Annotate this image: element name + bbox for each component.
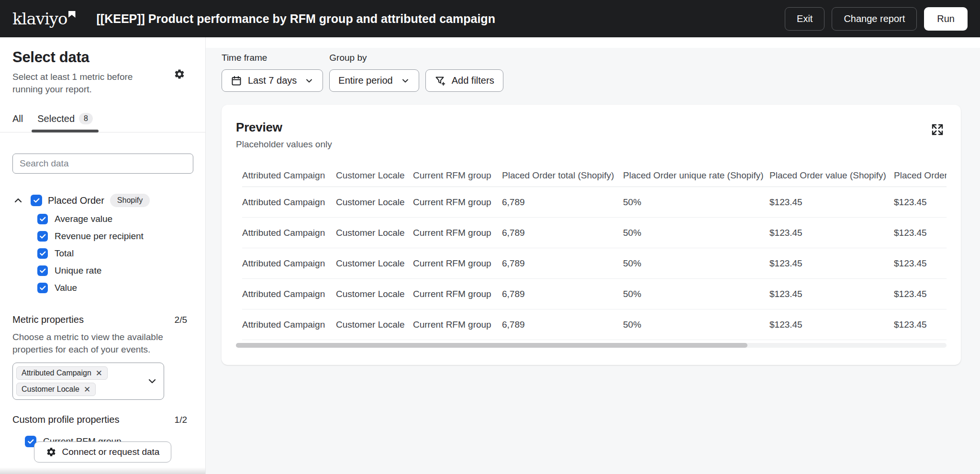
chevron-down-icon[interactable] (146, 375, 158, 387)
metric-option-label: Average value (55, 214, 112, 224)
average-value-checkbox[interactable] (37, 214, 48, 224)
table-cell: $123.45 (894, 228, 947, 238)
topbar-actions: Exit Change report Run (785, 7, 968, 31)
table-cell: $123.45 (769, 197, 894, 208)
search-input[interactable] (12, 154, 193, 174)
expand-icon[interactable] (929, 122, 946, 138)
preview-table-viewport: Attributed CampaignCustomer LocaleCurren… (236, 164, 947, 340)
table-cell: $123.45 (894, 289, 947, 299)
table-cell: Attributed Campaign (242, 228, 336, 238)
table-cell: Attributed Campaign (242, 289, 336, 299)
top-bar: klaviyo [[KEEP]] Product performance by … (0, 0, 980, 37)
sidebar-subtitle: Select at least 1 metric before running … (12, 71, 161, 96)
table-cell: 50% (623, 228, 769, 238)
tab-selected-label: Selected (37, 113, 75, 124)
column-header: Placed Order unique rate (Shopify) (623, 170, 769, 181)
run-button[interactable]: Run (924, 7, 968, 31)
metric-option-row: Total (37, 248, 193, 259)
main-area: Time frame Last 7 days Group by Entire p… (206, 37, 980, 474)
metric-option-label: Value (55, 283, 77, 293)
chevron-up-icon[interactable] (12, 194, 25, 207)
column-header: Customer Locale (336, 170, 413, 181)
custom-profile-properties-label: Custom profile properties (12, 414, 119, 425)
metric-properties-multiselect[interactable]: Attributed Campaign ✕ Customer Locale ✕ (12, 363, 164, 400)
gear-icon (46, 447, 56, 457)
table-cell: $123.45 (894, 258, 947, 269)
preview-subtitle: Placeholder values only (236, 139, 332, 150)
table-cell: 50% (623, 289, 769, 299)
unique-rate-checkbox[interactable] (37, 265, 48, 276)
table-cell: $123.45 (769, 289, 894, 299)
total-checkbox[interactable] (37, 248, 48, 259)
table-cell: Attributed Campaign (242, 197, 336, 208)
remove-icon[interactable]: ✕ (84, 386, 90, 394)
group-by-value: Entire period (338, 75, 392, 86)
table-cell: $123.45 (894, 197, 947, 208)
table-row: Attributed CampaignCustomer LocaleCurren… (242, 218, 947, 248)
revenue-per-recipient-checkbox[interactable] (37, 231, 48, 242)
metric-option-row: Average value (37, 214, 193, 224)
connect-or-request-data-button[interactable]: Connect or request data (34, 441, 172, 463)
column-header: Current RFM group (413, 170, 502, 181)
klaviyo-wordmark: klaviyo (12, 11, 67, 27)
custom-profile-properties-count: 1/2 (175, 415, 187, 425)
table-cell: 50% (623, 320, 769, 330)
chip-customer-locale: Customer Locale ✕ (16, 383, 96, 396)
table-cell: Current RFM group (413, 228, 502, 238)
tab-all[interactable]: All (12, 109, 23, 132)
table-cell: $123.45 (769, 228, 894, 238)
tab-selected[interactable]: Selected 8 (37, 109, 93, 132)
add-filters-button[interactable]: Add filters (425, 69, 503, 92)
exit-button[interactable]: Exit (785, 7, 824, 31)
table-cell: 6,789 (502, 228, 623, 238)
metric-option-row: Value (37, 283, 193, 293)
value-checkbox[interactable] (37, 283, 48, 293)
preview-table: Attributed CampaignCustomer LocaleCurren… (236, 164, 947, 340)
metric-properties-label: Metric properties (12, 314, 84, 325)
table-cell: Customer Locale (336, 258, 413, 269)
table-cell: 50% (623, 197, 769, 208)
preview-title: Preview (236, 120, 332, 135)
connect-button-label: Connect or request data (62, 447, 160, 457)
table-cell: 6,789 (502, 197, 623, 208)
table-row: Attributed CampaignCustomer LocaleCurren… (242, 187, 947, 218)
metric-group-label: Placed Order (48, 195, 104, 206)
metric-option-row: Unique rate (37, 265, 193, 276)
table-cell: Current RFM group (413, 289, 502, 299)
table-cell: 50% (623, 258, 769, 269)
metric-option-row: Revenue per recipient (37, 231, 193, 242)
placed-order-checkbox[interactable] (31, 195, 42, 206)
table-row: Attributed CampaignCustomer LocaleCurren… (242, 309, 947, 340)
change-report-button[interactable]: Change report (832, 7, 917, 31)
table-cell: $123.45 (894, 320, 947, 330)
column-header: Placed Order value (Shopify) (769, 170, 894, 181)
table-cell: Customer Locale (336, 289, 413, 299)
sidebar-title: Select data (12, 49, 193, 66)
klaviyo-logo[interactable]: klaviyo (12, 11, 76, 27)
horizontal-scrollbar[interactable] (236, 343, 947, 348)
time-frame-value: Last 7 days (248, 75, 297, 86)
table-cell: 6,789 (502, 320, 623, 330)
table-header-row: Attributed CampaignCustomer LocaleCurren… (242, 164, 947, 187)
time-frame-dropdown[interactable]: Last 7 days (222, 69, 323, 92)
table-row: Attributed CampaignCustomer LocaleCurren… (242, 279, 947, 309)
settings-gear-icon[interactable] (174, 67, 188, 81)
column-header: Placed Order total (Shopify) (502, 170, 623, 181)
chevron-down-icon (304, 76, 314, 86)
group-by-dropdown[interactable]: Entire period (329, 69, 419, 92)
chevron-down-icon (401, 76, 410, 86)
table-cell: Attributed Campaign (242, 258, 336, 269)
chip-label: Customer Locale (22, 385, 79, 394)
table-cell: Attributed Campaign (242, 320, 336, 330)
report-controls: Time frame Last 7 days Group by Entire p… (222, 53, 961, 92)
klaviyo-flag-icon (68, 11, 76, 18)
sidebar-scroll-shadow (0, 467, 205, 474)
sidebar-tabs: All Selected 8 (0, 109, 205, 132)
chip-label: Attributed Campaign (22, 369, 91, 377)
table-cell: Current RFM group (413, 320, 502, 330)
scrollbar-thumb[interactable] (236, 343, 747, 348)
calendar-icon (231, 75, 242, 87)
remove-icon[interactable]: ✕ (96, 369, 102, 377)
metric-option-label: Total (55, 248, 74, 259)
metric-properties-count: 2/5 (175, 315, 187, 325)
